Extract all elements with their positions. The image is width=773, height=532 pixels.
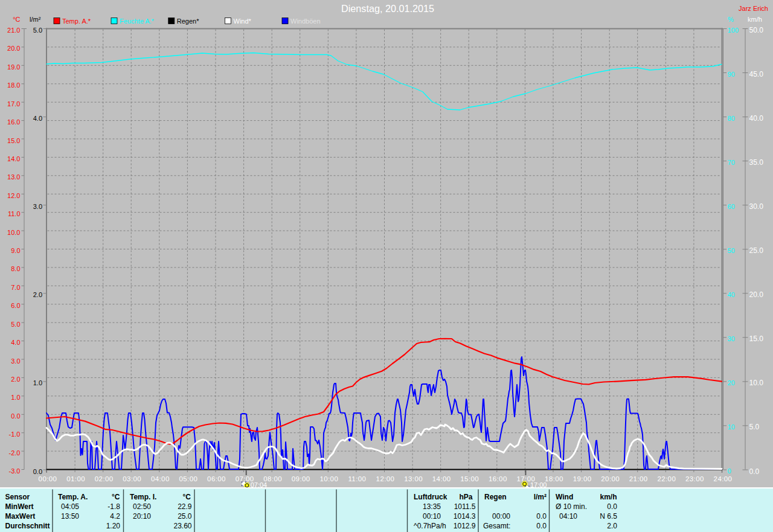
svg-text:4.0: 4.0 bbox=[33, 115, 42, 122]
svg-text:00:00: 00:00 bbox=[492, 512, 510, 521]
svg-text:1014.3: 1014.3 bbox=[454, 512, 476, 521]
svg-text:15.0: 15.0 bbox=[7, 137, 20, 144]
svg-text:MinWert: MinWert bbox=[5, 502, 34, 511]
svg-text:19.0: 19.0 bbox=[7, 63, 20, 71]
svg-text:20:00: 20:00 bbox=[601, 475, 620, 482]
svg-text:02:00: 02:00 bbox=[95, 475, 114, 482]
svg-text:11:00: 11:00 bbox=[348, 475, 366, 482]
svg-text:9.0: 9.0 bbox=[11, 247, 20, 254]
svg-text:°C: °C bbox=[13, 16, 20, 23]
svg-text:15:00: 15:00 bbox=[460, 475, 479, 482]
svg-text:Ø 10 min.: Ø 10 min. bbox=[556, 502, 587, 511]
svg-text:0.0: 0.0 bbox=[607, 502, 617, 511]
svg-text:10.0: 10.0 bbox=[749, 379, 764, 387]
svg-text:Temp. I.: Temp. I. bbox=[130, 493, 156, 501]
svg-text:12.0: 12.0 bbox=[7, 192, 20, 199]
svg-text:Luftdruck: Luftdruck bbox=[414, 493, 447, 501]
svg-text:25.0: 25.0 bbox=[178, 512, 192, 521]
svg-text:5.0: 5.0 bbox=[11, 321, 20, 328]
svg-text:50: 50 bbox=[728, 247, 735, 254]
svg-text:02:50: 02:50 bbox=[133, 502, 151, 511]
svg-text:30: 30 bbox=[728, 335, 735, 342]
svg-text:Jarz Erich: Jarz Erich bbox=[739, 5, 768, 12]
svg-text:Feuchte A.*: Feuchte A.* bbox=[120, 18, 155, 25]
svg-text:21.0: 21.0 bbox=[7, 27, 20, 34]
svg-text:4.0: 4.0 bbox=[11, 339, 20, 346]
svg-text:5.0: 5.0 bbox=[749, 423, 760, 431]
svg-text:l/m²: l/m² bbox=[534, 493, 547, 501]
svg-text:18:00: 18:00 bbox=[545, 475, 563, 482]
svg-text:1.0: 1.0 bbox=[33, 379, 42, 386]
svg-text:km/h: km/h bbox=[600, 493, 617, 501]
svg-text:hPa: hPa bbox=[459, 493, 472, 501]
svg-text:16.0: 16.0 bbox=[7, 118, 20, 126]
svg-text:%: % bbox=[728, 16, 734, 23]
svg-text:05:00: 05:00 bbox=[179, 475, 198, 482]
svg-text:13:00: 13:00 bbox=[404, 475, 423, 482]
svg-text:21:00: 21:00 bbox=[629, 475, 648, 482]
svg-text:80: 80 bbox=[728, 115, 735, 122]
svg-text:-2.0: -2.0 bbox=[9, 449, 21, 457]
svg-text:04:10: 04:10 bbox=[559, 512, 577, 521]
svg-text:22:00: 22:00 bbox=[657, 475, 676, 482]
svg-text:km/h: km/h bbox=[748, 16, 762, 23]
svg-text:23:00: 23:00 bbox=[685, 475, 704, 482]
svg-text:60: 60 bbox=[728, 203, 735, 210]
svg-text:04:05: 04:05 bbox=[61, 502, 79, 511]
svg-text:Wind: Wind bbox=[556, 493, 573, 501]
svg-text:0.0: 0.0 bbox=[33, 468, 42, 475]
svg-text:14:00: 14:00 bbox=[432, 475, 451, 482]
svg-text:17.0: 17.0 bbox=[7, 100, 20, 107]
svg-text:-1.0: -1.0 bbox=[9, 431, 21, 438]
svg-text:04:00: 04:00 bbox=[151, 475, 170, 482]
svg-text:10:00: 10:00 bbox=[319, 475, 338, 482]
svg-text:20.0: 20.0 bbox=[749, 290, 764, 299]
svg-text:17:00: 17:00 bbox=[530, 481, 547, 489]
svg-text:6.0: 6.0 bbox=[11, 302, 20, 309]
svg-text:2.0: 2.0 bbox=[11, 376, 20, 383]
svg-text:20.0: 20.0 bbox=[7, 45, 20, 52]
svg-text:-1.8: -1.8 bbox=[107, 502, 120, 511]
svg-text:l/m²: l/m² bbox=[30, 16, 41, 23]
svg-text:2.0: 2.0 bbox=[607, 522, 617, 530]
svg-text:13.0: 13.0 bbox=[7, 173, 20, 181]
svg-text:13:50: 13:50 bbox=[61, 512, 79, 521]
svg-text:1011.5: 1011.5 bbox=[454, 502, 476, 511]
svg-text:Regen*: Regen* bbox=[177, 18, 199, 25]
svg-text:Temp. A.*: Temp. A.* bbox=[62, 18, 91, 25]
svg-text:4.2: 4.2 bbox=[110, 512, 120, 521]
svg-text:00:00: 00:00 bbox=[39, 475, 57, 482]
svg-text:15.0: 15.0 bbox=[749, 335, 764, 343]
svg-text:8.0: 8.0 bbox=[11, 265, 20, 272]
svg-text:Gesamt:: Gesamt: bbox=[483, 522, 510, 530]
svg-text:23.60: 23.60 bbox=[173, 522, 191, 530]
svg-text:25.0: 25.0 bbox=[749, 246, 764, 255]
svg-text:14.0: 14.0 bbox=[7, 155, 20, 162]
svg-text:7.0: 7.0 bbox=[11, 284, 20, 291]
svg-text:10.0: 10.0 bbox=[7, 229, 20, 236]
svg-text:30.0: 30.0 bbox=[749, 202, 764, 211]
svg-text:100: 100 bbox=[728, 27, 739, 34]
svg-text:°C: °C bbox=[183, 493, 191, 501]
svg-text:3.0: 3.0 bbox=[11, 357, 20, 365]
svg-text:20: 20 bbox=[728, 379, 735, 386]
svg-text:70: 70 bbox=[728, 159, 735, 166]
svg-text:Windböen: Windböen bbox=[290, 18, 321, 25]
svg-text:45.0: 45.0 bbox=[749, 70, 764, 79]
svg-text:0.0: 0.0 bbox=[536, 522, 547, 530]
svg-text:50.0: 50.0 bbox=[749, 26, 764, 34]
svg-text:1.20: 1.20 bbox=[106, 522, 121, 530]
svg-text:1.0: 1.0 bbox=[11, 394, 20, 401]
svg-text:06:00: 06:00 bbox=[207, 475, 226, 482]
svg-text:16:00: 16:00 bbox=[489, 475, 507, 482]
svg-text:13:35: 13:35 bbox=[423, 502, 441, 511]
svg-text:00:10: 00:10 bbox=[423, 512, 441, 521]
svg-text:-3.0: -3.0 bbox=[9, 467, 21, 475]
svg-text:22.9: 22.9 bbox=[178, 502, 192, 511]
svg-text:5.0: 5.0 bbox=[33, 27, 42, 34]
svg-text:N 6.5: N 6.5 bbox=[600, 512, 617, 521]
svg-text:10: 10 bbox=[728, 423, 735, 431]
svg-text:07:04: 07:04 bbox=[251, 481, 268, 489]
svg-text:0: 0 bbox=[728, 467, 731, 475]
svg-text:Temp. A.: Temp. A. bbox=[58, 493, 88, 501]
